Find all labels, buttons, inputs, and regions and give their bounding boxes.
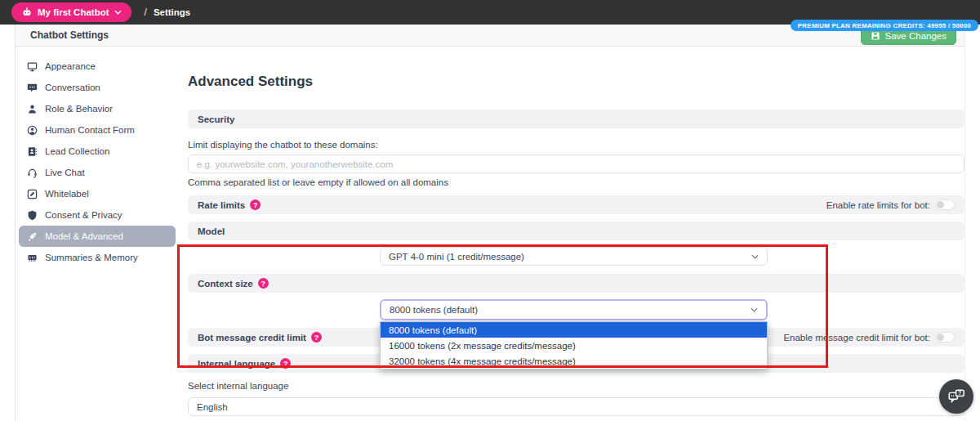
security-header-label: Security	[198, 114, 234, 124]
internal-language-select-label: Select internal language	[188, 381, 964, 391]
sidebar-item-summaries-memory[interactable]: Summaries & Memory	[19, 247, 176, 268]
speech-bubble-icon	[27, 83, 38, 93]
dropdown-option-8000[interactable]: 8000 tokens (default)	[381, 322, 767, 338]
model-header-label: Model	[198, 226, 225, 236]
domains-help-text: Comma separated list or leave empty if a…	[188, 177, 964, 187]
sidebar-item-consent-privacy[interactable]: Consent & Privacy	[19, 204, 176, 226]
sidebar-item-human-contact-form[interactable]: Human Contact Form	[19, 119, 176, 141]
context-size-select-value: 8000 tokens (default)	[390, 305, 478, 315]
context-size-dropdown: 8000 tokens (default) 16000 tokens (2x m…	[380, 321, 768, 369]
toggle-knob	[937, 201, 944, 208]
dropdown-option-32000[interactable]: 32000 tokens (4x message credits/message…	[381, 353, 767, 369]
context-size-select-wrap: 8000 tokens (default) 8000 tokens (defau…	[188, 299, 964, 320]
settings-card: Chatbot Settings Save Changes Appearance…	[15, 25, 965, 421]
bot-credit-limit-help-icon[interactable]: ?	[311, 332, 322, 343]
sidebar-item-label: Lead Collection	[45, 146, 109, 156]
sidebar-item-whitelabel[interactable]: Whitelabel	[19, 183, 176, 204]
sidebar-item-label: Role & Behavior	[45, 104, 113, 114]
toggle-knob	[937, 334, 944, 341]
chatbot-selector-label: My first Chatbot	[38, 7, 109, 17]
context-size-select[interactable]: 8000 tokens (default)	[380, 299, 768, 320]
chat-widget-button[interactable]: ?	[939, 379, 973, 414]
page: My first Chatbot / Settings PREMIUM PLAN…	[0, 0, 980, 421]
robot-icon	[21, 7, 33, 18]
sidebar-item-label: Consent & Privacy	[45, 210, 122, 220]
bot-credit-limit-header-label: Bot message credit limit	[198, 333, 306, 343]
sidebar-item-label: Human Contact Form	[45, 125, 135, 135]
rate-limits-toggle-label: Enable rate limits for bot:	[826, 200, 930, 210]
chevron-down-icon	[751, 254, 759, 259]
address-book-icon	[27, 146, 38, 157]
rate-limits-header-label: Rate limits	[198, 200, 245, 210]
internal-language-select-value: English	[197, 402, 228, 412]
chat-bubbles-icon: ?	[947, 387, 966, 406]
rocket-icon	[27, 231, 38, 242]
bot-credit-limit-toggle-label: Enable message credit limit for bot:	[783, 333, 930, 343]
page-title: Chatbot Settings	[30, 29, 109, 41]
context-size-section-header: Context size ?	[188, 274, 964, 293]
sidebar-item-model-advanced[interactable]: Model & Advanced	[19, 226, 176, 247]
user-circle-icon	[27, 125, 38, 136]
rate-limits-section-header: Rate limits ? Enable rate limits for bot…	[188, 195, 964, 214]
sidebar-item-live-chat[interactable]: Live Chat	[19, 162, 176, 183]
memory-chip-icon	[27, 253, 38, 263]
sidebar-item-label: Whitelabel	[45, 189, 89, 199]
save-changes-label: Save Changes	[885, 31, 947, 41]
model-select[interactable]: GPT 4-0 mini (1 credit/message)	[380, 247, 768, 266]
internal-language-header-label: Internal language	[198, 359, 275, 369]
context-size-header-label: Context size	[198, 279, 253, 289]
rate-limits-toggle[interactable]	[935, 199, 955, 210]
svg-text:?: ?	[958, 390, 961, 396]
save-icon	[871, 31, 880, 41]
shield-icon	[27, 210, 38, 221]
internal-language-help-icon[interactable]: ?	[280, 358, 291, 369]
pen-square-icon	[27, 189, 38, 199]
context-size-help-icon[interactable]: ?	[258, 278, 269, 289]
model-section-header: Model	[188, 222, 964, 240]
user-icon	[27, 104, 38, 114]
sidebar-item-role-behavior[interactable]: Role & Behavior	[19, 98, 176, 119]
caret-down-icon	[114, 10, 122, 15]
security-section-header: Security	[188, 110, 964, 128]
internal-language-select[interactable]: English	[188, 397, 964, 416]
breadcrumb-separator: /	[145, 7, 147, 18]
chevron-down-icon	[751, 307, 758, 312]
breadcrumb-settings[interactable]: Settings	[154, 7, 190, 17]
sidebar-item-conversation[interactable]: Conversation	[19, 77, 176, 98]
main-content: Advanced Settings Security Limit display…	[188, 56, 964, 416]
chatbot-selector-button[interactable]: My first Chatbot	[11, 2, 131, 22]
domains-label: Limit displaying the chatbot to these do…	[188, 140, 964, 150]
sidebar-item-lead-collection[interactable]: Lead Collection	[19, 141, 176, 162]
bot-credit-limit-toggle[interactable]	[935, 332, 955, 343]
sidebar-item-appearance[interactable]: Appearance	[19, 56, 176, 77]
model-select-value: GPT 4-0 mini (1 credit/message)	[389, 252, 524, 262]
section-title: Advanced Settings	[188, 74, 964, 90]
rate-limits-help-icon[interactable]: ?	[250, 199, 261, 210]
sidebar-item-label: Summaries & Memory	[45, 253, 138, 262]
sidebar-item-label: Model & Advanced	[45, 231, 123, 241]
sidebar-item-label: Conversation	[45, 83, 100, 92]
dropdown-option-16000[interactable]: 16000 tokens (2x message credits/message…	[381, 338, 767, 353]
headset-icon	[27, 168, 38, 178]
sidebar-item-label: Live Chat	[45, 168, 85, 177]
domains-input[interactable]	[188, 155, 964, 173]
sidebar-item-label: Appearance	[45, 61, 96, 71]
credits-badge: PREMIUM PLAN REMAINING CREDITS: 49955 / …	[791, 20, 978, 31]
settings-sidebar: Appearance Conversation Role & Behavior …	[19, 56, 176, 416]
monitor-icon	[27, 61, 38, 72]
